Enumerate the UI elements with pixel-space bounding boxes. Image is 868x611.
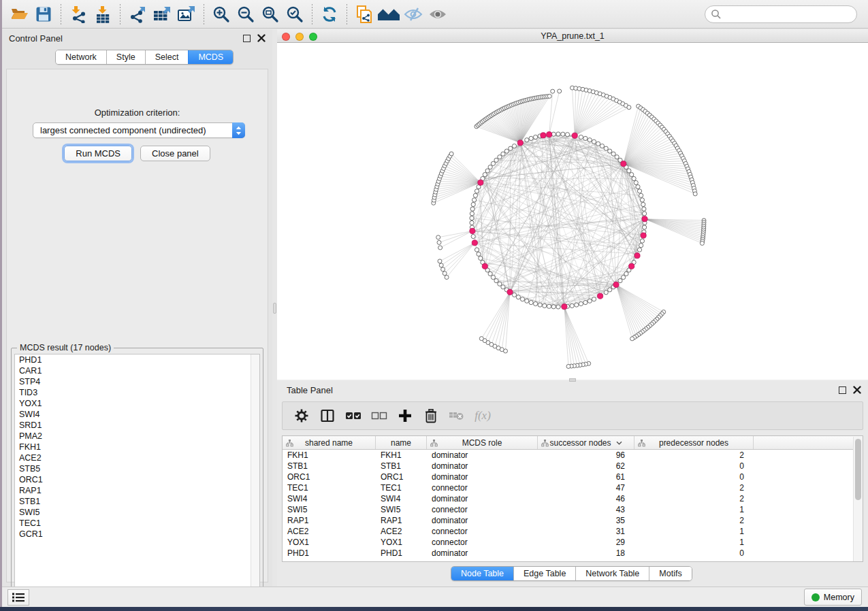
table-cell[interactable]: 29	[538, 538, 634, 547]
export-image-button[interactable]	[174, 3, 199, 26]
search-input[interactable]	[722, 7, 856, 21]
show-columns-button[interactable]	[317, 405, 338, 427]
table-cell[interactable]: dominator	[427, 516, 538, 525]
table-cell[interactable]: 96	[538, 450, 634, 460]
table-cell[interactable]: 2	[634, 450, 754, 460]
mcds-result-item[interactable]: GCR1	[15, 529, 259, 540]
splitter-handle[interactable]	[273, 303, 276, 314]
table-cell[interactable]: SWI4	[283, 494, 376, 503]
table-row[interactable]: ORC1ORC1dominator610	[283, 472, 863, 482]
table-scrollbar[interactable]	[853, 437, 863, 562]
window-close-button[interactable]	[282, 33, 290, 41]
function-builder-button[interactable]: f(x)	[472, 405, 494, 427]
table-cell[interactable]: 0	[634, 461, 754, 471]
mcds-list-scrollbar[interactable]	[251, 354, 259, 595]
mcds-result-item[interactable]: TEC1	[15, 518, 259, 529]
export-network-button[interactable]	[125, 3, 150, 26]
table-cell[interactable]: dominator	[427, 548, 538, 558]
table-cell[interactable]: 31	[538, 527, 634, 536]
table-cell[interactable]: RAP1	[283, 516, 376, 525]
mcds-result-item[interactable]: ORC1	[15, 474, 259, 485]
table-cell[interactable]: 2	[634, 494, 754, 503]
first-neighbors-button[interactable]	[376, 3, 401, 26]
horizontal-splitter-handle[interactable]	[569, 378, 576, 382]
mcds-result-item[interactable]: SRD1	[15, 420, 259, 431]
column-header-shared-name[interactable]: shared name	[283, 436, 376, 449]
table-cell[interactable]: connector	[427, 483, 538, 493]
tab-select[interactable]: Select	[145, 50, 189, 64]
zoom-out-button[interactable]	[234, 3, 258, 26]
close-panel-icon-button[interactable]	[257, 34, 266, 43]
table-cell[interactable]: 62	[538, 461, 634, 471]
tab-node-table[interactable]: Node Table	[451, 567, 513, 580]
table-cell[interactable]: 46	[538, 494, 634, 503]
table-cell[interactable]: dominator	[427, 461, 538, 471]
export-table-button[interactable]	[150, 3, 174, 26]
table-cell[interactable]: 0	[634, 472, 754, 482]
table-cell[interactable]: SWI5	[376, 505, 427, 514]
mcds-result-item[interactable]: SWI5	[15, 507, 259, 518]
table-row[interactable]: STB1STB1dominator620	[283, 461, 863, 472]
mcds-result-item[interactable]: YOX1	[15, 398, 259, 409]
float-panel-button[interactable]	[839, 386, 846, 394]
import-table-button[interactable]	[91, 3, 115, 26]
add-column-button[interactable]	[394, 405, 416, 427]
table-cell[interactable]: 18	[538, 548, 634, 558]
table-cell[interactable]: ACE2	[376, 527, 427, 536]
mcds-result-item[interactable]: RAP1	[15, 485, 259, 496]
table-cell[interactable]: connector	[427, 505, 538, 514]
zoom-fit-button[interactable]	[258, 3, 283, 26]
table-cell[interactable]: 35	[538, 516, 634, 525]
table-row[interactable]: RAP1RAP1dominator352	[283, 515, 863, 526]
table-cell[interactable]: YOX1	[283, 538, 376, 547]
table-cell[interactable]: STB1	[283, 461, 376, 471]
vertical-splitter[interactable]	[272, 29, 277, 587]
window-minimize-button[interactable]	[295, 33, 304, 41]
open-file-button[interactable]	[7, 3, 31, 26]
table-cell[interactable]: ORC1	[376, 472, 427, 482]
table-row[interactable]: PHD1PHD1dominator180	[283, 548, 863, 559]
float-panel-button[interactable]	[243, 35, 251, 42]
tab-motifs[interactable]: Motifs	[649, 567, 691, 580]
mcds-result-item[interactable]: ACE2	[15, 452, 259, 463]
table-cell[interactable]: connector	[427, 538, 538, 547]
table-cell[interactable]: YOX1	[376, 538, 427, 547]
table-cell[interactable]: FKH1	[376, 450, 427, 460]
mcds-result-item[interactable]: STP4	[15, 376, 259, 387]
hide-selected-button[interactable]	[401, 3, 425, 26]
mcds-result-item[interactable]: SWI4	[15, 409, 259, 420]
column-header-name[interactable]: name	[376, 436, 427, 449]
table-cell[interactable]: TEC1	[283, 483, 376, 493]
table-cell[interactable]: 61	[538, 472, 634, 482]
table-cell[interactable]: 1	[634, 538, 754, 547]
window-zoom-button[interactable]	[309, 33, 317, 41]
table-cell[interactable]: ORC1	[283, 472, 376, 482]
delete-columns-button[interactable]	[420, 405, 442, 427]
import-network-button[interactable]	[66, 3, 91, 26]
table-cell[interactable]: 1	[634, 527, 754, 536]
column-header-successor-nodes[interactable]: successor nodes	[538, 436, 634, 449]
table-row[interactable]: SWI4SWI4dominator462	[283, 493, 863, 504]
tab-edge-table[interactable]: Edge Table	[513, 567, 575, 580]
table-cell[interactable]: 0	[634, 548, 754, 558]
task-history-button[interactable]	[7, 589, 29, 606]
refresh-view-button[interactable]	[317, 3, 342, 26]
run-mcds-button[interactable]: Run MCDS	[64, 146, 132, 161]
table-cell[interactable]: 1	[634, 505, 754, 514]
mcds-result-item[interactable]: PHD1	[15, 354, 259, 365]
table-scrollbar-thumb[interactable]	[855, 439, 861, 500]
copy-network-button[interactable]	[352, 3, 376, 26]
table-row[interactable]: TEC1TEC1connector472	[283, 482, 863, 493]
table-cell[interactable]: 2	[634, 483, 754, 493]
table-cell[interactable]: TEC1	[376, 483, 427, 493]
close-panel-button[interactable]: Close panel	[140, 146, 210, 161]
table-row[interactable]: FKH1FKH1dominator962	[283, 450, 863, 461]
table-cell[interactable]: 47	[538, 483, 634, 493]
table-row[interactable]: ACE2ACE2connector311	[283, 526, 863, 537]
zoom-selected-button[interactable]	[283, 3, 307, 26]
mcds-result-item[interactable]: STB5	[15, 463, 259, 474]
table-row[interactable]: SWI5SWI5connector431	[283, 504, 863, 515]
table-cell[interactable]: dominator	[427, 494, 538, 503]
tab-style[interactable]: Style	[106, 50, 145, 64]
table-cell[interactable]: SWI4	[376, 494, 427, 503]
